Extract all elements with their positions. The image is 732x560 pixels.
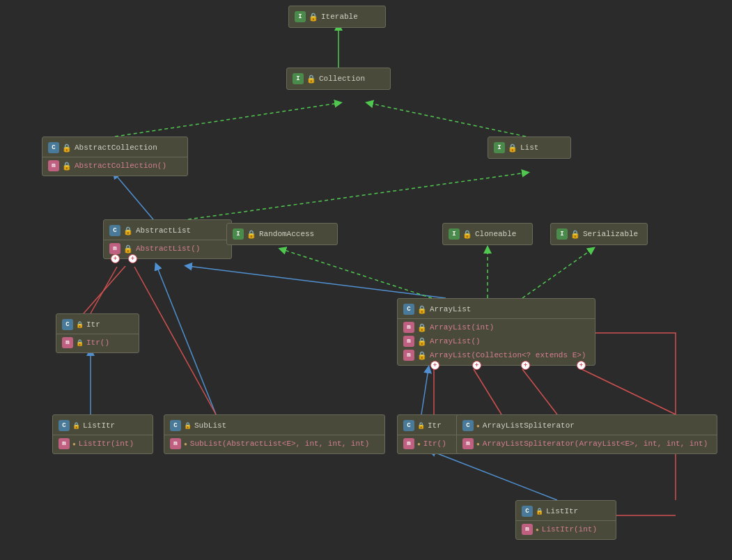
node-itr1[interactable]: C 🔒 Itr m 🔒 Itr(): [56, 313, 139, 353]
node-random-access-header: I 🔒 RandomAccess: [227, 226, 337, 242]
node-list-header: I 🔒 List: [488, 140, 570, 155]
iterable-lock: 🔒: [309, 13, 318, 22]
node-random-access[interactable]: I 🔒 RandomAccess: [226, 223, 338, 245]
expand-btn-2[interactable]: +: [128, 254, 137, 263]
list-itr1-member-0: m ● ListItr(int): [53, 437, 153, 451]
node-collection[interactable]: I 🔒 Collection: [286, 68, 391, 90]
badge-sub-list: C: [170, 420, 181, 431]
list-itr1-label: ListItr: [83, 421, 115, 430]
badge-m-litr2: m: [522, 524, 533, 535]
cloneable-label: Cloneable: [475, 230, 516, 238]
svg-line-10: [84, 266, 125, 313]
node-itr1-header: C 🔒 Itr: [56, 317, 139, 332]
badge-serializable: I: [556, 228, 568, 240]
node-list-itr2[interactable]: C 🔒 ListItr m ● ListItr(int): [515, 500, 616, 540]
node-list-itr2-header: C 🔒 ListItr: [516, 504, 616, 519]
node-iterable[interactable]: I 🔒 Iterable: [288, 6, 386, 28]
serializable-lock: 🔒: [570, 230, 580, 239]
badge-itr1: C: [62, 319, 73, 330]
itr1-label: Itr: [86, 320, 100, 329]
abstract-list-lock: 🔒: [123, 226, 133, 235]
node-array-list[interactable]: C 🔒 ArrayList m 🔒 ArrayList(int) m 🔒 Arr…: [397, 298, 595, 366]
als-member-circle: ●: [476, 441, 480, 447]
badge-m-als: m: [462, 438, 474, 449]
node-abstract-list-header: C 🔒 AbstractList: [104, 223, 231, 238]
litr1-circle: ●: [72, 441, 76, 447]
al-member-lock: 🔒: [123, 244, 133, 254]
al1-text: ArrayList(): [430, 337, 481, 345]
svg-line-6: [188, 266, 446, 298]
node-serializable-header: I 🔒 Serializable: [551, 226, 647, 242]
expand-btn-al2[interactable]: +: [472, 361, 481, 370]
node-als-header: C ● ArrayListSpliterator: [457, 418, 717, 433]
badge-m-al0: m: [403, 322, 414, 333]
svg-line-18: [474, 369, 501, 414]
abstract-list-member-0: m 🔒 AbstractList(): [104, 242, 231, 256]
al-member-text: AbstractList(): [136, 244, 200, 253]
node-abstract-list[interactable]: C 🔒 AbstractList m 🔒 AbstractList() + +: [103, 219, 232, 259]
badge-m-al: m: [109, 243, 120, 254]
badge-m-ac: m: [48, 160, 59, 171]
svg-line-19: [522, 369, 557, 414]
svg-line-20: [582, 369, 676, 414]
svg-line-13: [421, 369, 428, 414]
expand-btn-1[interactable]: +: [111, 254, 120, 263]
badge-collection: I: [293, 73, 304, 84]
badge-cloneable: I: [449, 228, 460, 240]
badge-m-litr1: m: [59, 438, 70, 449]
collection-lock: 🔒: [306, 75, 316, 84]
sub-list-lock: 🔒: [184, 422, 192, 430]
als-member-0: m ● ArrayListSpliterator(ArrayList<E>, i…: [457, 437, 717, 451]
node-array-list-spliterator[interactable]: C ● ArrayListSpliterator m ● ArrayListSp…: [456, 414, 717, 454]
array-list-label: ArrayList: [430, 305, 471, 313]
expand-btn-al3[interactable]: +: [521, 361, 530, 370]
array-list-member-1: m 🔒 ArrayList(): [398, 334, 595, 348]
litr2-text: ListItr(int): [542, 525, 597, 534]
array-list-member-0: m 🔒 ArrayList(int): [398, 320, 595, 334]
abstract-collection-member-0: m 🔒 AbstractCollection(): [42, 159, 187, 173]
badge-iterable: I: [295, 11, 306, 22]
badge-abstract-list: C: [109, 225, 120, 236]
als-circle: ●: [476, 423, 480, 429]
badge-list-itr2: C: [522, 506, 533, 517]
list-itr2-label: ListItr: [546, 507, 578, 515]
abstract-list-label: AbstractList: [136, 226, 191, 235]
node-abstract-collection[interactable]: C 🔒 AbstractCollection m 🔒 AbstractColle…: [42, 137, 188, 176]
itr1-member-text: Itr(): [86, 339, 109, 347]
svg-line-7: [282, 249, 432, 298]
sub-list-label: SubList: [194, 421, 226, 430]
al0-lock: 🔒: [417, 323, 427, 332]
badge-abstract-collection: C: [48, 142, 59, 153]
list-itr2-member-0: m ● ListItr(int): [516, 522, 616, 536]
svg-line-16: [134, 267, 216, 414]
random-access-label: RandomAccess: [259, 230, 314, 238]
badge-list-itr1: C: [59, 420, 70, 431]
diagram-container: I 🔒 Iterable I 🔒 Collection C 🔒 Abstract…: [0, 0, 732, 560]
node-array-list-header: C 🔒 ArrayList: [398, 302, 595, 317]
ac-member-lock: 🔒: [62, 162, 72, 171]
node-list[interactable]: I 🔒 List: [488, 137, 571, 159]
itr1-lock: 🔒: [76, 321, 84, 329]
expand-btn-al1[interactable]: +: [430, 361, 439, 370]
sub-list-member-0: m ● SubList(AbstractList<E>, int, int, i…: [164, 437, 384, 451]
al0-text: ArrayList(int): [430, 323, 494, 332]
badge-array-list: C: [403, 304, 414, 315]
al2-text: ArrayList(Collection<? extends E>): [430, 351, 586, 359]
node-sub-list[interactable]: C 🔒 SubList m ● SubList(AbstractList<E>,…: [164, 414, 385, 454]
list-lock: 🔒: [508, 143, 517, 153]
badge-m-itr1: m: [62, 337, 73, 348]
svg-line-5: [115, 174, 153, 219]
node-cloneable-header: I 🔒 Cloneable: [443, 226, 532, 242]
itr2-circle: ●: [417, 441, 421, 447]
iterable-label: Iterable: [321, 13, 358, 21]
badge-als: C: [462, 420, 474, 431]
node-list-itr1[interactable]: C 🔒 ListItr m ● ListItr(int): [52, 414, 153, 454]
expand-btn-al4[interactable]: +: [577, 361, 586, 370]
sl-circle: ●: [184, 441, 187, 447]
node-abstract-collection-header: C 🔒 AbstractCollection: [42, 140, 187, 155]
node-serializable[interactable]: I 🔒 Serializable: [550, 223, 648, 245]
node-cloneable[interactable]: I 🔒 Cloneable: [442, 223, 533, 245]
cloneable-lock: 🔒: [462, 230, 472, 239]
serializable-label: Serializable: [583, 230, 638, 238]
badge-m-sl: m: [170, 438, 181, 449]
